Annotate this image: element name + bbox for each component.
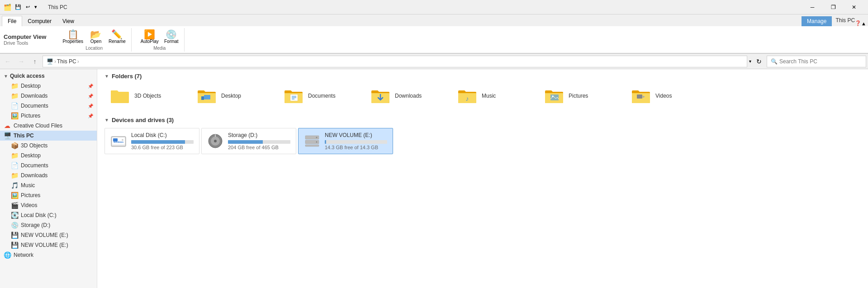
ribbon-btn-rename[interactable]: ✏️ Rename [107,29,128,45]
sidebar-item-this-pc[interactable]: 🖥️ This PC [0,131,97,141]
svg-rect-1 [201,96,204,100]
tab-manage[interactable]: Manage [802,16,832,26]
ribbon-tab-bar: File Computer View Manage This PC ❓ ▲ [0,14,868,26]
computer-view-label: Computer View [4,33,46,40]
sidebar-item-storage-d[interactable]: 💿 Storage (D:) [0,220,97,230]
sidebar-item-network[interactable]: 🌐 Network [0,250,97,260]
address-bar: ← → ↑ 🖥️ › This PC › ▾ ↻ 🔍 [0,54,868,69]
ribbon-collapse-button[interactable]: ▲ [861,21,866,26]
up-button[interactable]: ↑ [29,56,41,67]
ribbon-help-button[interactable]: ❓ [855,20,861,26]
sidebar-item-creative-cloud[interactable]: ☁ Creative Cloud Files [0,121,97,131]
autoplay-icon: ▶️ [144,30,155,39]
sidebar-item-local-disk[interactable]: 💽 Local Disk (C:) [0,210,97,220]
minimize-button[interactable]: ─ [802,0,823,14]
folder-item-documents[interactable]: Documents [278,84,364,108]
drive-item-local-disk-c[interactable]: Windows Local Disk (C:) 30.6 GB free of … [104,128,199,154]
ribbon-btn-open[interactable]: 📂 Open [87,29,105,45]
folder-item-pictures[interactable]: Pictures [539,84,625,108]
sidebar-downloads-qa-label: Downloads [21,93,47,99]
folder-name-desktop: Desktop [221,93,241,99]
network-icon: 🌐 [4,251,11,259]
folder-item-desktop[interactable]: Desktop [191,84,277,108]
save-qat-button[interactable]: 💾 [13,3,23,11]
path-icon: 🖥️ [47,58,53,65]
drive-item-new-volume-e[interactable]: NEW VOLUME (E:) 14.3 GB free of 14.3 GB [298,128,393,154]
drive-icon-d [207,133,223,149]
properties-icon: 📋 [67,30,79,39]
sidebar-item-videos-pc[interactable]: 🎬 Videos [0,200,97,210]
folder-item-music[interactable]: ♪ Music [452,84,538,108]
search-icon: 🔍 [771,58,778,65]
sidebar-item-desktop-qa[interactable]: 📁 Desktop 📌 [0,81,97,91]
title-bar: 🗂️ 💾 ↩ ▾ This PC ─ ❐ ✕ [0,0,868,14]
sidebar-item-new-volume-e1[interactable]: 💾 NEW VOLUME (E:) [0,230,97,240]
forward-button[interactable]: → [15,56,27,67]
svg-rect-9 [637,94,642,99]
drive-icon-c: Windows [110,133,127,149]
search-input[interactable] [779,58,862,65]
refresh-button[interactable]: ↻ [753,56,765,67]
sidebar-desktop-pc-label: Desktop [21,152,41,159]
sidebar-item-documents-pc[interactable]: 📄 Documents [0,161,97,170]
close-button[interactable]: ✕ [844,0,864,14]
documents-pc-icon: 📄 [11,162,18,169]
folder-item-videos[interactable]: Videos [626,84,711,108]
folder-item-3d-objects[interactable]: 3D Objects [104,84,190,108]
quickaccess-label: Quick access [10,73,45,79]
folders-section-header[interactable]: ▼ Folders (7) [104,73,861,80]
drive-info-d: Storage (D:) 204 GB free of 465 GB [228,132,290,150]
this-pc-icon: 🖥️ [4,132,11,139]
sidebar-item-pictures-pc[interactable]: 🖼️ Pictures [0,190,97,200]
ribbon-btn-properties[interactable]: 📋 Properties [61,29,85,45]
sidebar-item-music-pc[interactable]: 🎵 Music [0,180,97,190]
drive-name-c: Local Disk (C:) [131,132,194,138]
drive-name-d: Storage (D:) [228,132,290,138]
ribbon-media-buttons: ▶️ AutoPlay 💿 Format [139,29,180,45]
back-button[interactable]: ← [2,56,14,67]
sidebar-item-documents-qa[interactable]: 📄 Documents 📌 [0,101,97,111]
restore-button[interactable]: ❐ [823,0,844,14]
drive-bar-fill-c [131,140,185,144]
sidebar-item-downloads-qa[interactable]: 📁 Downloads 📌 [0,91,97,101]
undo-qat-button[interactable]: ↩ [24,3,32,11]
drive-item-storage-d[interactable]: Storage (D:) 204 GB free of 465 GB [201,128,296,154]
quick-access-toolbar: 💾 ↩ ▾ [13,3,39,11]
ribbon-btn-autoplay[interactable]: ▶️ AutoPlay [139,29,161,45]
sidebar-item-pictures-qa[interactable]: 🖼️ Pictures 📌 [0,111,97,121]
folder-icon-3d [109,87,131,105]
qat-dropdown[interactable]: ▾ [33,3,39,11]
address-path[interactable]: 🖥️ › This PC › [43,56,747,67]
sidebar-new-volume-e1-label: NEW VOLUME (E:) [21,232,68,238]
search-box[interactable]: 🔍 [767,56,866,67]
sidebar-item-new-volume-e2[interactable]: 💾 NEW VOLUME (E:) [0,240,97,250]
folder-item-downloads[interactable]: Downloads [365,84,451,108]
format-icon: 💿 [166,30,177,39]
drives-section-header[interactable]: ▼ Devices and drives (3) [104,117,861,123]
ribbon-btn-format[interactable]: 💿 Format [162,29,180,45]
desktop-pc-icon: 📁 [11,152,18,159]
new-volume-e1-icon: 💾 [11,231,18,239]
tab-view[interactable]: View [57,16,80,26]
sidebar-item-3d-objects[interactable]: 📦 3D Objects [0,141,97,151]
svg-point-23 [316,137,318,138]
sidebar-item-desktop-pc[interactable]: 📁 Desktop [0,151,97,161]
sidebar-item-downloads-pc[interactable]: 📁 Downloads [0,170,97,180]
tab-file[interactable]: File [2,16,22,26]
drive-name-e: NEW VOLUME (E:) [325,132,387,138]
pictures-qa-icon: 🖼️ [11,112,18,119]
folder-icon-downloads [370,87,391,105]
sidebar-3d-label: 3D Objects [21,142,47,149]
drive-free-d: 204 GB free of 465 GB [228,145,290,150]
downloads-qa-icon: 📁 [11,92,18,99]
sidebar-quickaccess-header[interactable]: ▼ Quick access [0,71,97,81]
ribbon-group-nav: 📋 Properties 📂 Open ✏️ Rename Location [57,28,131,52]
ribbon-context-label: This PC [835,17,855,24]
sidebar-videos-pc-label: Videos [21,202,37,208]
folder-icon-desktop [196,87,218,105]
folder-name-3d: 3D Objects [134,93,161,99]
desktop-qa-icon: 📁 [11,82,18,90]
drive-bar-container-d [228,140,290,144]
address-dropdown-button[interactable]: ▾ [749,59,751,64]
tab-computer[interactable]: Computer [22,16,57,26]
